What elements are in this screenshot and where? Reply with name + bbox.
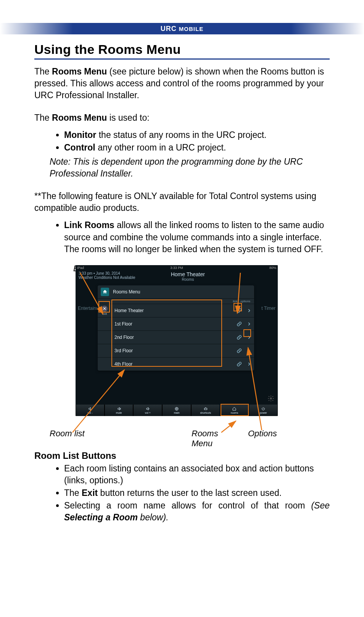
room-row-2[interactable]: 2nd Floor — [98, 330, 254, 344]
statusbar: iPad 3:33 PM 80% — [76, 265, 278, 270]
svg-rect-2 — [204, 408, 207, 410]
col-options-label: options — [240, 300, 250, 303]
option-arrow-3[interactable] — [244, 347, 254, 355]
section-rule — [34, 58, 330, 60]
tabbar: vol - mute vol + main shortcuts rooms po… — [76, 405, 278, 416]
bullet2-0: Each room listing contains an associated… — [64, 463, 330, 486]
bullet-link-rooms: Link Rooms allows all the linked rooms t… — [64, 219, 330, 255]
used-to-line: The Rooms Menu is used to: — [34, 112, 330, 124]
subheading-room-list-buttons: Room List Buttons — [34, 450, 330, 461]
room-name-4[interactable]: 4th Floor — [111, 361, 234, 367]
header-bar: URC MOBILE — [0, 23, 364, 34]
svg-line-6 — [221, 421, 236, 432]
room-row-3[interactable]: 3rd Floor — [98, 344, 254, 357]
room-name-2[interactable]: 2nd Floor — [111, 335, 234, 340]
col-link-label: link — [233, 300, 237, 303]
top-info-title: Home Theater — [171, 271, 205, 277]
svg-point-0 — [270, 397, 272, 399]
rooms-menu-title: Rooms Menu — [113, 289, 140, 295]
rooms-menu-panel: Rooms Menu link options ✕ exit Home Thea… — [98, 285, 254, 371]
rooms-menu-title-row: Rooms Menu — [98, 285, 254, 299]
callout-rooms-menu: Rooms Menu — [192, 429, 218, 449]
bullets-link-rooms: Link Rooms allows all the linked rooms t… — [34, 219, 330, 255]
option-arrow-1[interactable] — [244, 320, 254, 328]
status-right: 80% — [269, 265, 276, 270]
caveat-line: **The following feature is ONLY availabl… — [34, 190, 330, 214]
bullets-primary: Monitor the status of any rooms in the U… — [34, 129, 330, 154]
tab-shortcuts[interactable]: shortcuts — [191, 405, 220, 416]
status-left: iPad — [77, 265, 84, 270]
section-title: Using the Rooms Menu — [34, 42, 330, 57]
option-arrow-2[interactable] — [244, 334, 254, 341]
room-name-1[interactable]: 1st Floor — [111, 321, 234, 327]
link-icon-4[interactable] — [234, 360, 244, 368]
top-info: 3:33 pm • June 30, 2014 Weather Conditio… — [76, 270, 278, 287]
menu-col-headers: link options — [98, 299, 254, 304]
note-dependency: Note: This is dependent upon the program… — [50, 156, 330, 180]
option-arrow-0[interactable] — [244, 307, 254, 314]
option-arrow-4[interactable] — [244, 360, 254, 368]
tab-mute[interactable]: mute — [105, 405, 134, 416]
top-info-sub: Rooms — [171, 277, 205, 282]
close-icon: ✕ — [101, 306, 108, 312]
bullet2-2: Selecting a room name allows for control… — [64, 500, 330, 523]
header-title-a: URC — [161, 25, 179, 32]
gear-icon[interactable] — [266, 394, 275, 403]
header-title-b: MOBILE — [179, 26, 203, 32]
tab-vol-up[interactable]: vol + — [133, 405, 162, 416]
room-row-4[interactable]: 4th Floor — [98, 357, 254, 371]
tab-rooms[interactable]: rooms — [220, 405, 249, 416]
link-icon-1[interactable] — [234, 320, 244, 328]
room-name-3[interactable]: 3rd Floor — [111, 348, 234, 353]
screenshot: iPad 3:33 PM 80% 3:33 pm • June 30, 2014… — [76, 265, 278, 416]
bullets-room-list: Each room listing contains an associated… — [34, 463, 330, 523]
link-icon-2[interactable] — [234, 334, 244, 341]
callout-room-list: Room list — [50, 429, 85, 439]
tab-main[interactable]: main — [162, 405, 191, 416]
exit-label: exit — [102, 312, 107, 316]
status-center: 3:33 PM — [170, 265, 183, 270]
room-row-1[interactable]: 1st Floor — [98, 317, 254, 330]
top-info-time: 3:33 pm • June 30, 2014 — [79, 271, 135, 275]
intro-paragraph: The Rooms Menu (see picture below) is sh… — [34, 66, 330, 101]
tab-vol-down[interactable]: vol - — [76, 405, 105, 416]
bullet-control: Control any other room in a URC project. — [64, 142, 330, 154]
tab-power[interactable]: power — [249, 405, 278, 416]
link-icon-3[interactable] — [234, 347, 244, 355]
callout-options: Options — [248, 429, 277, 439]
home-icon — [101, 288, 109, 296]
room-name-0[interactable]: Home Theater — [111, 308, 234, 313]
room-row-0[interactable]: ✕ exit Home Theater — [98, 304, 254, 317]
bullet-monitor: Monitor the status of any rooms in the U… — [64, 129, 330, 141]
exit-button[interactable]: ✕ exit — [98, 306, 111, 316]
link-icon-0[interactable] — [234, 307, 244, 314]
bullet2-1: The Exit button returns the user to the … — [64, 487, 330, 499]
bg-label-timer: t Timer — [261, 306, 275, 311]
top-info-weather: Weather Conditions Not Available — [79, 275, 135, 280]
figure-wrap: Exit Links iPad 3:33 PM 80% 3:33 pm • Ju… — [50, 265, 313, 416]
